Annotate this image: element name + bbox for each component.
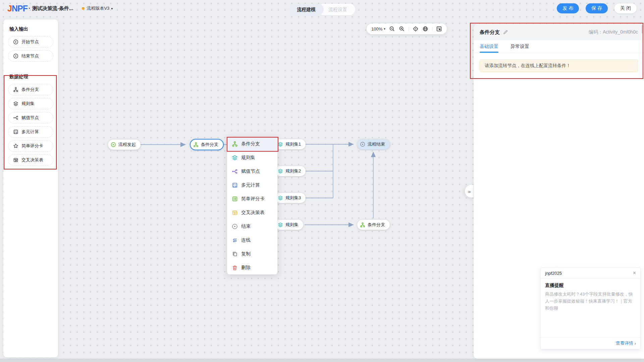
popup-text: 商品修改太耗时？43个字段支持批量修改，快人一步掌握提效秘籍！快来直播学习！｜官… — [545, 291, 636, 312]
end-circle-icon — [13, 53, 18, 59]
view-details-link[interactable]: 查看详情 — [616, 340, 633, 346]
scorecard-icon — [232, 196, 238, 202]
edit-pencil-icon[interactable] — [503, 30, 508, 35]
layers-icon — [13, 101, 18, 106]
flow-node-branch2[interactable]: 条件分支 — [357, 220, 390, 230]
flow-node-ruleset4[interactable]: 规则集 — [275, 220, 303, 230]
node-label: 流程发起 — [118, 142, 136, 148]
branch-icon — [193, 142, 199, 147]
layers-icon — [278, 222, 283, 227]
logo-j: J — [7, 4, 12, 13]
publish-button[interactable]: 发 布 — [557, 3, 579, 13]
node-label: 流程结束 — [368, 141, 385, 147]
tab-flow-settings[interactable]: 流程设置 — [318, 4, 355, 15]
app-logo: JNPF· — [7, 4, 32, 13]
play-circle-icon — [13, 39, 18, 45]
menu-item-label: 删除 — [241, 265, 251, 271]
layers-icon — [278, 168, 283, 174]
node-label: 规则集1 — [285, 141, 301, 147]
logo-npf: NPF — [12, 4, 28, 13]
bottom-scrollbar-strip[interactable] — [0, 359, 644, 362]
flow-node-end[interactable]: 流程结束 — [357, 139, 390, 149]
menu-item-label: 规则集 — [241, 155, 255, 161]
node-palette-sidebar: 输入输出 开始节点 结束节点 数据处理 条件分支 规则集 赋值节点 多元计算 简… — [3, 19, 58, 357]
star-icon — [13, 143, 18, 149]
end-circle-icon — [232, 223, 238, 229]
menu-item-label: 简单评分卡 — [241, 196, 265, 202]
palette-item-condition-branch[interactable]: 条件分支 — [8, 84, 53, 95]
menu-item-condition-branch[interactable]: 条件分支 — [227, 137, 277, 151]
branch-icon — [360, 222, 365, 227]
menu-item-simple-scorecard[interactable]: 简单评分卡 — [227, 192, 277, 206]
menu-item-delete[interactable]: 删除 — [227, 261, 277, 274]
palette-item-end-node[interactable]: 结束节点 — [8, 50, 53, 62]
zoom-level-dropdown[interactable]: 100% ▾ — [371, 27, 385, 32]
menu-item-copy[interactable]: 复制 — [227, 247, 277, 261]
flow-title: 测试决策流-条件... — [32, 5, 73, 12]
menu-item-label: 结束 — [241, 223, 251, 229]
palette-item-assign-node[interactable]: 赋值节点 — [8, 112, 53, 123]
version-selector[interactable]: 流程版本V3 ▾ — [82, 5, 113, 11]
node-label: 规则集2 — [285, 168, 301, 174]
code-value: Activity_0ml0h0c — [603, 29, 638, 35]
chevron-down-icon: ▾ — [384, 27, 385, 31]
flow-node-start[interactable]: 流程发起 — [108, 140, 141, 150]
menu-item-label: 条件分支 — [241, 141, 260, 147]
menu-item-label: 连线 — [241, 237, 251, 243]
zoom-level-value: 100% — [371, 27, 382, 32]
properties-tabs: 基础设置 异常设置 — [474, 40, 644, 53]
minimap-icon[interactable] — [436, 26, 442, 32]
cross-table-icon — [232, 210, 238, 216]
menu-item-end[interactable]: 结束 — [227, 219, 277, 233]
menu-item-ruleset[interactable]: 规则集 — [227, 151, 277, 164]
flow-node-ruleset2[interactable]: 规则集2 — [275, 166, 306, 176]
top-actions: 发 布 保 存 关 闭 — [557, 3, 637, 13]
tab-basic-settings[interactable]: 基础设置 — [480, 40, 498, 53]
branch-icon — [13, 87, 18, 92]
flow-node-ruleset3[interactable]: 规则集3 — [275, 193, 306, 203]
top-bar: JNPF· 测试决策流-条件... 流程版本V3 ▾ 流程建模 流程设置 发 布… — [0, 0, 644, 17]
delete-icon — [232, 265, 238, 271]
cross-table-icon — [13, 157, 18, 163]
menu-item-label: 复制 — [241, 251, 251, 257]
node-label: 条件分支 — [368, 222, 385, 228]
layers-icon — [278, 195, 283, 201]
close-button[interactable]: 关 闭 — [614, 3, 637, 13]
popup-title: 直播提醒 — [545, 282, 636, 289]
panel-collapse-button[interactable]: » — [465, 185, 473, 198]
menu-item-assign-node[interactable]: 赋值节点 — [227, 164, 277, 178]
palette-item-cross-decision-table[interactable]: 交叉决策表 — [8, 154, 53, 166]
toolbar-divider — [432, 27, 432, 32]
palette-item-start-node[interactable]: 开始节点 — [8, 36, 53, 48]
branch-icon — [232, 141, 238, 147]
menu-item-multi-calc[interactable]: 多元计算 — [227, 178, 277, 192]
popup-body: 直播提醒 商品修改太耗时？43个字段支持批量修改，快人一步掌握提效秘籍！快来直播… — [541, 279, 640, 315]
node-code: 编码：Activity_0ml0h0c — [589, 29, 638, 35]
flow-node-ruleset1[interactable]: 规则集1 — [275, 139, 306, 149]
chevron-right-icon: › — [635, 341, 636, 346]
menu-item-connect-line[interactable]: 连线 — [227, 233, 277, 247]
palette-item-simple-scorecard[interactable]: 简单评分卡 — [8, 140, 53, 152]
panel-title: 条件分支 — [480, 29, 500, 36]
close-icon[interactable]: × — [633, 270, 636, 276]
palette-item-multi-calc[interactable]: 多元计算 — [8, 126, 53, 138]
notification-popup: jnpf2025 × 直播提醒 商品修改太耗时？43个字段支持批量修改，快人一步… — [540, 267, 641, 349]
panel-scrollbar[interactable] — [642, 25, 643, 34]
play-circle-icon — [111, 142, 116, 147]
tab-exception-settings[interactable]: 异常设置 — [511, 40, 529, 53]
tab-flow-modeling[interactable]: 流程建模 — [289, 4, 324, 15]
zoom-out-icon[interactable] — [389, 26, 395, 32]
globe-icon[interactable] — [422, 26, 428, 32]
menu-item-cross-decision-table[interactable]: 交叉决策表 — [227, 206, 277, 219]
copy-icon — [232, 251, 238, 257]
palette-item-label: 条件分支 — [21, 87, 39, 93]
node-context-menu: 条件分支 规则集 赋值节点 多元计算 简单评分卡 交叉决策表 结束 连线 复制 … — [227, 137, 277, 274]
zoom-in-icon[interactable] — [399, 26, 405, 32]
palette-item-ruleset[interactable]: 规则集 — [8, 98, 53, 109]
flow-node-branch-selected[interactable]: 条件分支 — [190, 139, 224, 150]
center-target-icon[interactable] — [413, 26, 419, 32]
logo-separator: · — [29, 5, 30, 12]
toolbar-divider — [409, 27, 409, 32]
palette-item-label: 开始节点 — [21, 39, 39, 45]
save-button[interactable]: 保 存 — [586, 3, 608, 13]
